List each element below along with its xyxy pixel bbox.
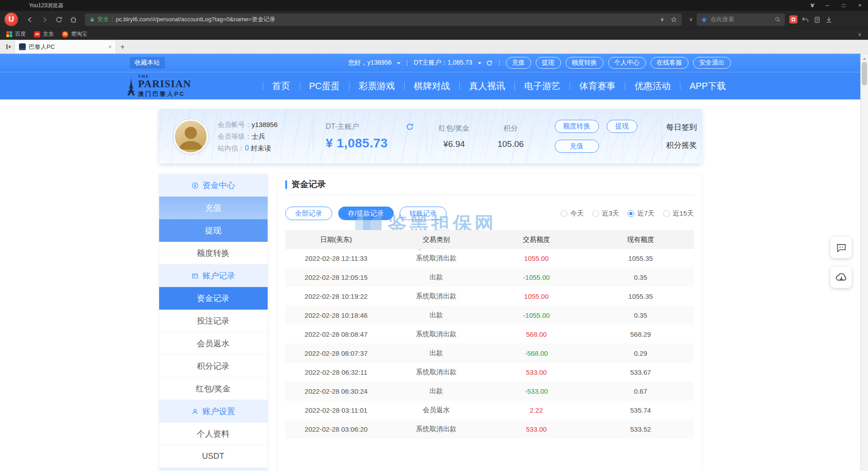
balance-refresh-icon[interactable]: [486, 60, 493, 66]
points-label: 积分: [481, 124, 540, 133]
sidebar-header-account-records[interactable]: 账户记录: [159, 264, 268, 287]
bookmark-aitaobao[interactable]: 淘 爱淘宝: [62, 30, 87, 38]
greeting-text[interactable]: 您好，y138956: [349, 59, 392, 67]
scrollbar-up-arrow-icon[interactable]: [863, 56, 866, 60]
quota-transfer-button[interactable]: 额度转换: [555, 120, 599, 133]
topbar-online-service-button[interactable]: 在线客服: [651, 57, 689, 69]
sidebar-item-funds-record[interactable]: 资金记录: [159, 287, 268, 310]
minimize-button[interactable]: ─: [819, 0, 835, 11]
bookmarks-bar: 百度 JD 京东 淘 爱淘宝 ∨: [0, 28, 868, 40]
tab-close-icon[interactable]: ×: [108, 44, 112, 50]
refresh-button[interactable]: [52, 13, 65, 26]
browser-search-box[interactable]: 在此搜索: [697, 14, 785, 26]
sidebar-item-withdraw[interactable]: 提现: [159, 219, 268, 242]
points-lottery-link[interactable]: 积分摇奖: [666, 140, 697, 151]
sidebar-item-usdt[interactable]: USDT: [159, 445, 268, 468]
nav-item-app-download[interactable]: APP下载: [680, 72, 735, 99]
forward-button[interactable]: [38, 13, 51, 26]
browser-logo[interactable]: U: [5, 13, 18, 26]
nav-item-sports[interactable]: 体育赛事: [570, 72, 625, 99]
cell-date: 2022-02-28 08:08:47: [285, 330, 387, 338]
nav-item-lottery[interactable]: 彩票游戏: [349, 72, 404, 99]
sidebar-item-points-record[interactable]: 积分记录: [159, 355, 268, 377]
topbar-quota-transfer-button[interactable]: 额度转换: [566, 57, 604, 69]
address-dropdown-icon[interactable]: ∨: [687, 16, 695, 23]
favorite-site-button[interactable]: 收藏本站: [130, 57, 165, 69]
clipboard-icon[interactable]: [813, 16, 821, 24]
sidebar-item-quota-transfer[interactable]: 额度转换: [159, 242, 268, 264]
nav-item-home[interactable]: 首页: [263, 72, 300, 99]
range-7-days[interactable]: 近7天: [627, 209, 654, 218]
sidebar-label: 额度转换: [197, 248, 230, 259]
taobao-icon: 淘: [62, 31, 68, 38]
filter-tab-all[interactable]: 全部记录: [285, 207, 332, 220]
sidebar-label: 资金记录: [197, 293, 230, 304]
topbar-withdraw-button[interactable]: 提现: [536, 57, 561, 69]
withdraw-button[interactable]: 提现: [607, 120, 637, 133]
range-15-days[interactable]: 近15天: [663, 209, 694, 218]
sidebar-item-member-rebate[interactable]: 会员返水: [159, 332, 268, 355]
sidebar-item-profile[interactable]: 个人资料: [159, 423, 268, 445]
filter-tab-transfer[interactable]: 转账记录: [400, 207, 447, 220]
adblock-extension-icon[interactable]: [789, 15, 797, 24]
topbar-deposit-button[interactable]: 充值: [506, 57, 531, 69]
nav-item-slots[interactable]: 电子游艺: [514, 72, 570, 99]
home-button[interactable]: [67, 13, 80, 26]
topbar-logout-button[interactable]: 安全退出: [693, 57, 731, 69]
bookmark-star-icon[interactable]: [670, 16, 677, 23]
bookmark-baidu[interactable]: 百度: [6, 30, 26, 38]
bookmark-jd[interactable]: JD 京东: [34, 30, 54, 38]
sidebar-item-deposit[interactable]: 充值: [159, 197, 268, 219]
deposit-button[interactable]: 充值: [555, 140, 599, 153]
tab-parisian[interactable]: 巴黎人PC ×: [14, 40, 116, 53]
address-bar[interactable]: 安全 pc.blryl6.com/#/personal/accountLog?t…: [85, 14, 682, 26]
back-button[interactable]: [24, 13, 36, 26]
wallet-refresh-icon[interactable]: [406, 122, 414, 131]
main-account-summary[interactable]: DT主账户：1,085.73: [414, 59, 472, 67]
float-cloud-download-button[interactable]: [830, 267, 852, 288]
vertical-scrollbar[interactable]: [860, 54, 868, 471]
filter-row: 全部记录 存/提款记录 转账记录 今天 近3天 近7天 近15天: [285, 207, 694, 220]
baidu-paw-icon: [701, 16, 708, 23]
sidebar-header-account-settings[interactable]: 账户设置: [159, 400, 268, 423]
cell-type: 系统取消出款: [387, 254, 486, 263]
lightning-icon[interactable]: [659, 16, 666, 23]
close-button[interactable]: ×: [852, 0, 868, 11]
nav-item-board-games[interactable]: 棋牌对战: [404, 72, 459, 99]
undo-icon[interactable]: [802, 16, 809, 24]
sidebar-header-funds-center[interactable]: 资金中心: [159, 174, 268, 197]
cell-amount: 1055.00: [485, 292, 587, 300]
nav-item-pc-egg[interactable]: PC蛋蛋: [300, 72, 349, 99]
table-row: 2022-02-28 08:08:47系统取消出款568.00568.29: [285, 325, 694, 344]
scrollbar-thumb[interactable]: [862, 62, 867, 85]
download-icon[interactable]: [825, 16, 833, 24]
bookmarks-collapse-icon[interactable]: ∨: [858, 31, 862, 38]
float-customer-service-button[interactable]: [830, 237, 852, 258]
table-row: 2022-02-28 06:32:11系统取消出款533.00533.67: [285, 363, 694, 382]
new-tab-button[interactable]: +: [116, 41, 129, 53]
sidebar-item-redpacket-bonus[interactable]: 红包/奖金: [159, 377, 268, 400]
cell-balance: 0.35: [587, 273, 693, 281]
maximize-button[interactable]: □: [835, 0, 852, 11]
filter-tab-deposit-withdraw[interactable]: 存/提款记录: [338, 207, 394, 220]
table-body: 2022-02-28 12:11:33系统取消出款1055.001055.35 …: [285, 249, 694, 439]
range-3-days[interactable]: 近3天: [592, 209, 619, 218]
funds-table: 日期(美东) 交易类别 交易额度 现有额度 2022-02-28 12:11:3…: [285, 230, 694, 439]
nav-item-live-casino[interactable]: 真人视讯: [459, 72, 514, 99]
sidebar-label: 充值: [205, 203, 222, 213]
sidebar-item-betting-record[interactable]: 投注记录: [159, 310, 268, 332]
daily-checkin-link[interactable]: 每日签到: [666, 122, 697, 132]
sidebar-toggle-icon[interactable]: [3, 40, 14, 53]
site-logo[interactable]: THE PARISIAN 澳门巴黎人PC: [125, 74, 191, 98]
level-value: 士兵: [252, 132, 265, 140]
range-today[interactable]: 今天: [561, 209, 584, 218]
mail-count[interactable]: 0: [245, 144, 249, 152]
theme-skin-icon[interactable]: [806, 2, 819, 9]
cell-type: 系统取消出款: [387, 425, 486, 433]
panel-title-row: 资金记录: [285, 174, 694, 195]
topbar-personal-center-button[interactable]: 个人中心: [608, 57, 646, 69]
search-icon[interactable]: [774, 16, 781, 23]
sidebar-label: 积分记录: [197, 361, 230, 372]
radio-icon: [627, 210, 634, 217]
nav-item-promotions[interactable]: 优惠活动: [625, 72, 680, 99]
